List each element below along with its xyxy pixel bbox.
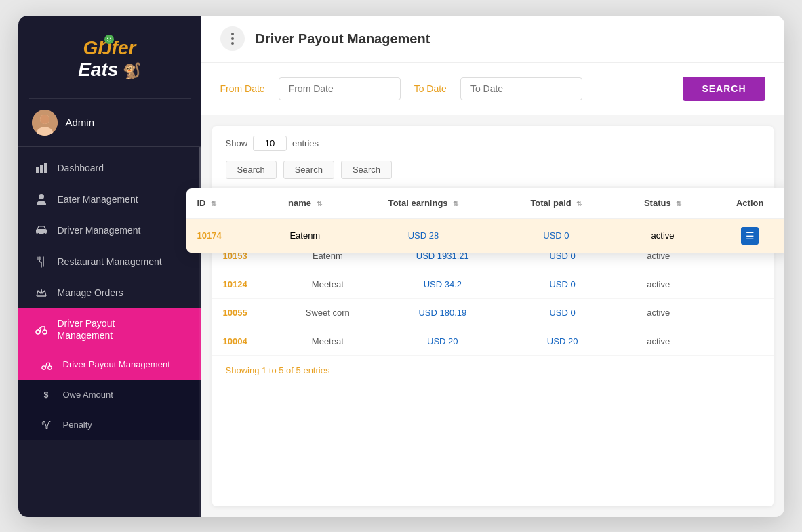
page-title: Driver Payout Management [256,31,430,47]
row-action [701,270,773,298]
row-paid: USD 0 [509,270,616,298]
float-col-status[interactable]: Status ⇅ [615,188,710,218]
driver-management-label: Driver Management [58,225,141,236]
svg-rect-19 [41,422,43,425]
sidebar-item-restaurant-management[interactable]: Restaurant Management [18,246,201,277]
sidebar-item-owe-amount[interactable]: $ Owe Amount [18,380,201,410]
restaurant-management-label: Restaurant Management [58,256,162,267]
table-row: 10004MeeteatUSD 20USD 20active [212,327,774,355]
fork-icon [35,255,48,268]
svg-point-12 [37,233,39,235]
float-col-earnings[interactable]: Total earnings ⇅ [349,188,497,218]
svg-point-16 [41,366,45,369]
table-search-btn-2[interactable]: Search [283,161,334,179]
from-date-input[interactable] [279,77,401,100]
row-status: active [616,270,701,298]
dollar-icon: $ [40,388,54,402]
eater-management-label: Eater Management [58,194,138,205]
menu-dot-1 [231,33,234,35]
svg-point-0 [104,35,114,44]
row-earnings: USD 20 [376,327,509,355]
floating-card: ID ⇅ name ⇅ Total earnings ⇅ Total paid … [186,188,784,253]
row-earnings: USD 34.2 [376,270,509,298]
sidebar: GŊfer Eats 🐒 [18,16,201,517]
svg-rect-11 [36,229,47,234]
to-date-label: To Date [414,83,447,94]
sidebar-item-driver-payout-parent[interactable]: Driver PayoutManagement [18,308,201,350]
row-id: 10004 [212,327,280,355]
sidebar-item-eater-management[interactable]: Eater Management [18,184,201,215]
show-label: Show [226,138,248,148]
row-paid: USD 0 [509,298,616,327]
sidebar-user: Admin [18,99,201,146]
float-col-name[interactable]: name ⇅ [260,188,349,218]
avatar [32,110,58,136]
car-icon [35,224,48,237]
floating-row: 10174 Eatenm USD 28 USD 0 active ☰ [186,218,784,253]
nav-dropdown: Driver Payout Management $ Owe Amount [18,350,201,440]
filter-section: From Date To Date SEARCH [201,63,784,115]
entries-input[interactable] [253,136,287,151]
crown-icon [35,286,48,300]
table-controls: Show entries [212,126,774,161]
sidebar-item-penalty[interactable]: Penalty [18,410,201,440]
table-search-btn-3[interactable]: Search [341,161,392,179]
float-row-id: 10174 [186,218,261,253]
menu-dot-3 [231,42,234,45]
main-content: Driver Payout Management From Date To Da… [201,16,784,517]
float-row-paid: USD 0 [497,218,615,253]
sidebar-scroll: Dashboard Eater Management [18,147,201,517]
entries-label: entries [292,138,319,148]
driver-payout-parent-label: Driver PayoutManagement [58,317,115,342]
manage-orders-label: Manage Orders [58,287,123,298]
sidebar-item-driver-payout-management[interactable]: Driver Payout Management [18,350,201,380]
driver-payout-management-sub-label: Driver Payout Management [63,359,170,371]
float-col-id[interactable]: ID ⇅ [186,188,261,218]
float-col-paid[interactable]: Total paid ⇅ [497,188,615,218]
row-name: Meeteat [279,270,376,298]
table-search-row: Search Search Search [212,161,774,186]
svg-text:$: $ [43,390,48,400]
svg-point-17 [47,366,51,369]
row-status: active [616,327,701,355]
float-row-earnings: USD 28 [349,218,497,253]
row-action [701,298,773,327]
thumbsdown-icon [40,418,54,432]
svg-point-13 [43,233,45,235]
table-container: Show entries Search Search Search ID ⇅ n… [212,126,774,506]
table-search-btn-1[interactable]: Search [226,161,277,179]
float-row-name: Eatenm [260,218,349,253]
to-date-input[interactable] [460,77,582,100]
svg-point-10 [39,194,44,199]
logo-container: GŊfer Eats 🐒 [18,16,201,98]
search-button[interactable]: SEARCH [683,77,765,101]
row-name: Sweet corn [279,298,376,327]
row-name: Meeteat [279,327,376,355]
sidebar-item-manage-orders[interactable]: Manage Orders [18,277,201,308]
svg-rect-9 [44,163,47,173]
showing-text: Showing 1 to 5 of 5 entries [212,356,774,385]
svg-point-6 [40,115,49,124]
svg-rect-7 [36,167,39,173]
float-row-status: active [615,218,710,253]
menu-button[interactable] [220,26,245,51]
svg-point-14 [36,330,40,334]
cycle-sub-icon [40,359,54,372]
float-col-action: Action [710,188,784,218]
svg-point-2 [110,37,111,39]
view-icon[interactable]: ☰ [741,227,759,245]
sidebar-item-driver-management[interactable]: Driver Management [18,215,201,246]
svg-rect-8 [40,165,43,173]
owe-amount-label: Owe Amount [63,390,113,400]
sidebar-item-dashboard[interactable]: Dashboard [18,152,201,184]
row-paid: USD 20 [509,327,616,355]
user-name-label: Admin [66,117,95,128]
table-row: 10124MeeteatUSD 34.2USD 0active [212,270,774,298]
bar-chart-icon [35,161,48,175]
floating-table: ID ⇅ name ⇅ Total earnings ⇅ Total paid … [186,188,784,253]
table-row: 10055Sweet cornUSD 180.19USD 0active [212,298,774,327]
float-row-action: ☰ [710,218,784,253]
from-date-label: From Date [220,83,265,94]
svg-point-1 [107,37,108,39]
row-earnings: USD 180.19 [376,298,509,327]
